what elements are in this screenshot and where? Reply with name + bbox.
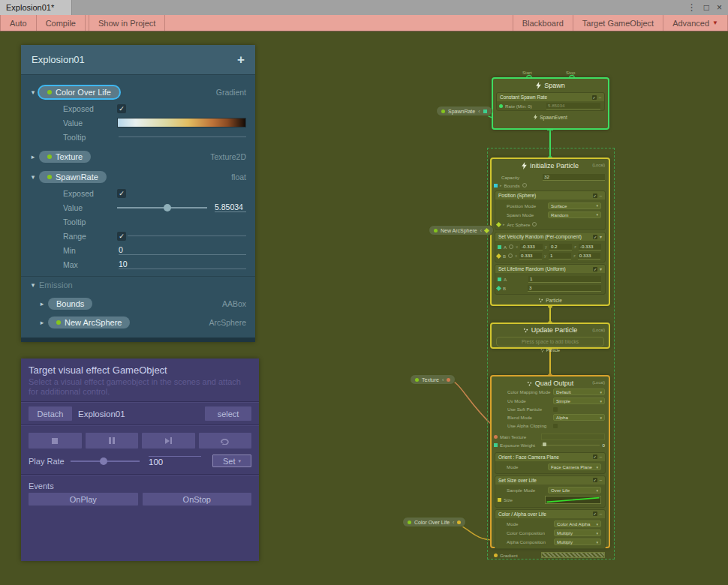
category-emission[interactable]: ▾ Emission [21, 276, 255, 292]
gradient-value-field[interactable] [117, 118, 246, 128]
rate-value-field[interactable]: 5.85034 [546, 103, 600, 110]
advanced-dropdown[interactable]: Advanced▼ [663, 15, 728, 31]
param-texture[interactable]: Texture [39, 151, 91, 163]
set-dropdown-button[interactable]: Set▾ [212, 454, 251, 467]
velocity-b-x-field[interactable]: 0.333 [519, 253, 542, 260]
space-toggle-icon[interactable] [522, 183, 527, 188]
window-menu-icon[interactable]: ⋮ [687, 2, 696, 13]
param-new-arcsphere[interactable]: New ArcSphere [48, 316, 130, 328]
capacity-field[interactable]: 32 [543, 174, 605, 181]
collapse-icon[interactable]: ‹ [480, 228, 482, 233]
spawn-event-output-label[interactable]: SpawnEvent [540, 115, 567, 120]
expand-icon[interactable]: ▾ [27, 173, 39, 181]
compile-button[interactable]: Compile [37, 15, 86, 31]
max-field[interactable]: 10 [119, 260, 246, 269]
alpha-composition-dropdown[interactable]: Multiply▾ [554, 538, 601, 545]
velocity-a-y-field[interactable]: 0.2 [549, 244, 572, 250]
spawn-stop-port-label[interactable]: Stop [566, 70, 575, 75]
lifetime-b-field[interactable]: 3 [528, 285, 601, 292]
range-checkbox[interactable]: ✓ [117, 232, 126, 241]
onplay-button[interactable]: OnPlay [29, 493, 138, 506]
gradient-field[interactable] [541, 552, 605, 558]
block-enabled-checkbox[interactable]: ✓ [593, 454, 597, 459]
target-gameobject-toggle-button[interactable]: Target GameObject [573, 15, 663, 31]
exposed-checkbox[interactable]: ✓ [117, 189, 126, 198]
exposed-checkbox[interactable]: ✓ [117, 104, 126, 113]
tab-explosion01[interactable]: Explosion01* [0, 0, 72, 15]
min-field[interactable]: 0 [119, 245, 246, 255]
gradient-input-port[interactable] [494, 554, 498, 557]
output-port[interactable] [483, 110, 487, 113]
space-badge[interactable]: (Local) [592, 328, 605, 332]
play-rate-slider[interactable] [71, 460, 140, 462]
block-collapse-icon[interactable]: – [599, 95, 601, 100]
block-enabled-checkbox[interactable]: ✓ [593, 512, 597, 516]
blend-mode-dropdown[interactable]: Alpha▾ [553, 414, 605, 421]
rate-input-port[interactable] [499, 104, 503, 108]
tooltip-field[interactable] [119, 136, 246, 137]
maximize-icon[interactable]: □ [704, 2, 709, 13]
output-port[interactable] [484, 227, 489, 232]
close-icon[interactable]: × [717, 2, 722, 13]
block-collapse-icon[interactable]: – [600, 454, 602, 459]
block-enabled-checkbox[interactable]: ✓ [592, 95, 597, 100]
space-badge[interactable]: (Local) [592, 380, 605, 385]
main-texture-field[interactable] [541, 434, 605, 440]
color-mode-dropdown[interactable]: Color And Alpha▾ [554, 520, 601, 527]
expand-icon[interactable]: ▸ [36, 319, 48, 326]
block-enabled-checkbox[interactable]: ✓ [593, 235, 597, 239]
block-collapse-icon[interactable]: – [600, 194, 602, 198]
orient-block[interactable]: Orient : Face Camera Plane ✓– Mode Face … [495, 452, 606, 474]
collapse-icon[interactable]: ‹ [478, 109, 480, 114]
color-mapping-mode-dropdown[interactable]: Default▾ [553, 388, 605, 395]
add-blocks-placeholder[interactable]: Press space to add blocks [496, 337, 604, 346]
color-composition-dropdown[interactable]: Multiply▾ [554, 530, 601, 536]
collapse-icon[interactable]: ‹ [442, 377, 444, 382]
param-node-color-over-life[interactable]: Color Over Life ‹ [402, 517, 466, 527]
add-parameter-button[interactable]: + [237, 52, 245, 68]
lifetime-a-input-port[interactable] [498, 278, 501, 281]
use-soft-particle-checkbox[interactable] [553, 407, 558, 412]
block-enabled-checkbox[interactable]: ✓ [593, 267, 597, 272]
param-spawnrate[interactable]: SpawnRate [39, 171, 107, 183]
position-sphere-block[interactable]: Position (Sphere) ✓– Position Mode Surfa… [495, 190, 606, 230]
size-curve-field[interactable] [545, 496, 601, 504]
spawn-mode-dropdown[interactable]: Random▾ [548, 212, 601, 218]
param-color-over-life[interactable]: Color Over Life [39, 86, 119, 98]
select-button[interactable]: select [205, 406, 251, 421]
set-velocity-random-block[interactable]: Set Velocity Random (Per-component) ✓▾ A… [495, 232, 606, 262]
show-in-project-button[interactable]: Show in Project [89, 15, 165, 31]
arc-sphere-input-port[interactable] [496, 221, 501, 226]
stop-button[interactable] [29, 433, 82, 448]
pause-button[interactable] [86, 433, 139, 448]
orient-mode-dropdown[interactable]: Face Camera Plane▾ [548, 464, 601, 470]
particle-output-label[interactable]: Particle [546, 298, 562, 303]
play-rate-value-field[interactable]: 100 [149, 456, 201, 466]
collapse-icon[interactable]: ‹ [453, 520, 454, 525]
restart-button[interactable] [199, 433, 252, 448]
expander-icon[interactable]: ▸ [500, 183, 502, 188]
set-lifetime-random-block[interactable]: Set Lifetime Random (Uniform) ✓▾ A 1 B 3 [495, 264, 606, 295]
value-field[interactable]: 5.85034 [215, 202, 246, 212]
block-collapse-icon[interactable]: – [600, 512, 602, 516]
color-alpha-over-life-block[interactable]: Color / Alpha over Life ✓– Mode Color An… [495, 509, 606, 549]
auto-button[interactable]: Auto [0, 15, 37, 31]
velocity-b-input-port[interactable] [496, 253, 501, 258]
update-particle-context-node[interactable]: Update Particle (Local) Press space to a… [490, 322, 610, 349]
velocity-a-z-field[interactable]: -0.333 [579, 244, 601, 250]
velocity-b-y-field[interactable]: 1 [549, 253, 571, 260]
expand-icon[interactable]: ▾ [27, 88, 39, 96]
expand-icon[interactable]: ▸ [36, 300, 48, 308]
exposure-weight-input-port[interactable] [494, 443, 498, 447]
set-size-over-life-block[interactable]: Set Size over Life ✓– Sample Mode Over L… [495, 476, 606, 508]
value-slider[interactable] [117, 207, 207, 208]
output-port[interactable] [447, 378, 450, 382]
expand-icon[interactable]: ▾ [27, 281, 39, 289]
bounds-input-port[interactable] [494, 184, 498, 188]
initialize-particle-context-node[interactable]: Initialize Particle (Local) Capacity 32 … [490, 158, 610, 306]
size-input-port[interactable] [498, 498, 501, 502]
spawn-start-port-label[interactable]: Start [522, 70, 532, 75]
block-collapse-icon[interactable]: ▾ [600, 266, 602, 272]
expander-icon[interactable]: ▸ [503, 222, 505, 226]
space-badge[interactable]: (Local) [592, 163, 605, 167]
